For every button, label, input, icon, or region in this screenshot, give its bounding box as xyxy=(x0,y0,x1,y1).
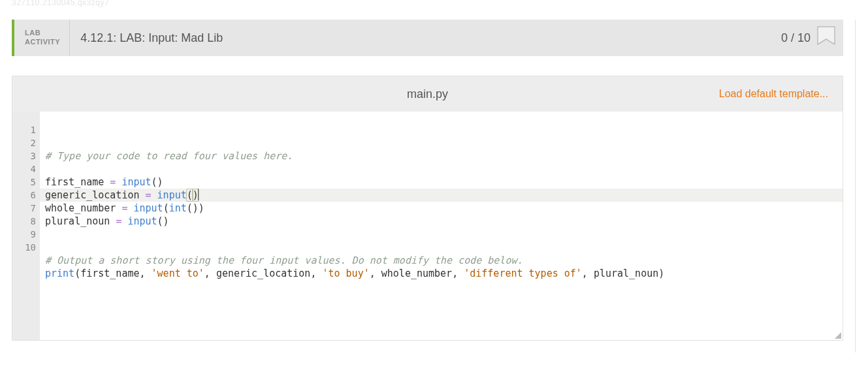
code-line[interactable]: first_name = input() xyxy=(45,176,843,189)
code-editor-panel: main.py Load default template... 1234567… xyxy=(12,76,843,341)
code-token: generic_location xyxy=(216,268,311,279)
code-token: int xyxy=(169,202,187,214)
line-number: 2 xyxy=(16,136,36,149)
code-token: 'different types of' xyxy=(464,268,582,279)
code-line[interactable]: generic_location = input() xyxy=(40,189,843,202)
lab-label-line2: ACTIVITY xyxy=(25,38,60,47)
code-token xyxy=(458,268,464,279)
code-token: , xyxy=(204,268,210,279)
code-token: plural_noun xyxy=(594,268,658,279)
code-line[interactable] xyxy=(45,228,843,241)
code-line[interactable]: plural_noun = input() xyxy=(45,215,843,228)
code-token: , xyxy=(370,268,376,279)
line-number-gutter: 12345678910 xyxy=(12,112,40,340)
editor-body[interactable]: 12345678910 # Type your code to read fou… xyxy=(12,112,843,340)
editor-header: main.py Load default template... xyxy=(12,76,843,112)
code-token: , xyxy=(582,268,588,279)
code-token: ( xyxy=(163,202,169,214)
code-token: ( xyxy=(74,268,80,279)
code-line[interactable]: whole_number = input(int()) xyxy=(45,202,843,215)
code-token xyxy=(376,268,381,279)
lab-label-line1: LAB xyxy=(25,29,60,38)
code-line[interactable] xyxy=(45,163,843,176)
code-line[interactable]: print(first_name, 'went to', generic_loc… xyxy=(45,267,843,280)
lab-container: LAB ACTIVITY 4.12.1: LAB: Input: Mad Lib… xyxy=(0,20,856,352)
code-token: first_name xyxy=(80,268,139,279)
load-default-template-link[interactable]: Load default template... xyxy=(719,88,843,100)
code-token: 'went to' xyxy=(152,268,204,279)
score-text: 0 / 10 xyxy=(781,31,811,45)
code-token: = xyxy=(146,189,152,201)
lab-title: 4.12.1: LAB: Input: Mad Lib xyxy=(70,20,781,56)
line-number: 4 xyxy=(16,163,36,176)
code-token: whole_number xyxy=(45,202,116,214)
code-line[interactable]: # Output a short story using the four in… xyxy=(45,254,843,267)
code-token: # Output a short story using the four in… xyxy=(45,255,523,266)
code-token: # Type your code to read four values her… xyxy=(45,150,293,162)
resize-handle[interactable] xyxy=(833,331,841,339)
code-token xyxy=(146,268,152,279)
text-cursor xyxy=(198,189,199,200)
line-number: 6 xyxy=(16,189,36,202)
code-token: ) xyxy=(658,268,664,279)
code-token: generic_location xyxy=(45,189,140,201)
editor-filename: main.py xyxy=(12,87,843,101)
line-number: 7 xyxy=(16,202,36,215)
code-token: , xyxy=(140,268,146,279)
code-token: input xyxy=(133,202,163,214)
code-token: whole_number xyxy=(381,268,452,279)
line-number: 1 xyxy=(16,123,36,136)
line-number: 3 xyxy=(16,149,36,163)
code-token xyxy=(210,268,216,279)
code-line[interactable]: # Type your code to read four values her… xyxy=(45,149,843,163)
code-token: , xyxy=(452,268,458,279)
code-token: first_name xyxy=(45,176,104,188)
code-token xyxy=(588,268,594,279)
line-number: 8 xyxy=(16,215,36,228)
code-token: input xyxy=(127,215,157,227)
code-token: ()) xyxy=(187,202,204,214)
bookmark-badge-icon xyxy=(817,26,835,50)
code-token: print xyxy=(45,268,74,279)
line-number: 9 xyxy=(16,228,36,241)
code-token: input xyxy=(121,176,151,188)
code-token: 'to buy' xyxy=(322,268,369,279)
line-number: 10 xyxy=(16,241,36,254)
code-token xyxy=(140,189,146,201)
code-area[interactable]: # Type your code to read four values her… xyxy=(40,112,843,340)
code-token xyxy=(104,176,110,188)
line-number: 5 xyxy=(16,176,36,189)
code-token: plural_noun xyxy=(45,215,110,227)
code-token: input xyxy=(157,189,187,201)
watermark-text: 327110.2130045.qx3zqy7 xyxy=(12,0,109,7)
lab-activity-label: LAB ACTIVITY xyxy=(14,20,70,56)
code-line[interactable] xyxy=(45,241,843,254)
code-token xyxy=(152,189,157,201)
lab-header: LAB ACTIVITY 4.12.1: LAB: Input: Mad Lib… xyxy=(12,20,843,56)
code-token: () xyxy=(157,215,169,227)
score-wrap: 0 / 10 xyxy=(781,20,843,56)
code-token: () xyxy=(152,176,163,188)
